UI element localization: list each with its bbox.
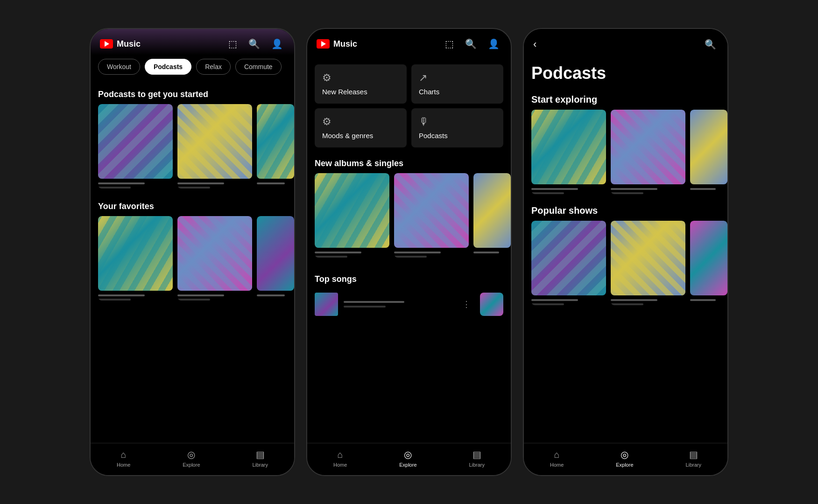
section-title-1: Podcasts to get you started	[91, 84, 294, 104]
card-meta-1-2	[177, 182, 252, 189]
nav-library-label-2: Library	[469, 462, 485, 468]
show-card-1[interactable]	[531, 221, 606, 305]
cards-row-exploring	[524, 110, 727, 198]
logo-area-1: Music	[100, 39, 226, 49]
section-title-new-albums: New albums & singles	[307, 153, 511, 173]
page-title-3: Podcasts	[524, 56, 727, 87]
nav-explore-label-3: Explore	[616, 462, 633, 468]
card-art-2-2	[177, 216, 252, 291]
show-card-3[interactable]	[690, 221, 727, 305]
album-card-3[interactable]	[473, 173, 511, 258]
card-meta-1-1	[98, 182, 173, 189]
search-button-1[interactable]: 🔍	[247, 36, 262, 51]
nav-explore-2[interactable]: ◎ Explore	[399, 449, 416, 468]
nav-home-1[interactable]: ⌂ Home	[117, 449, 130, 468]
card-1-1[interactable]	[98, 104, 173, 189]
show-art-3	[690, 221, 727, 295]
section-title-2: Your favorites	[91, 196, 294, 216]
more-icon-1[interactable]: ⋮	[462, 299, 471, 309]
content-1: Podcasts to get you started	[91, 80, 294, 443]
phone-3: ‹ 🔍 Podcasts Start exploring	[523, 28, 728, 476]
card-art-2-3	[257, 216, 294, 291]
album-card-2[interactable]	[394, 173, 469, 258]
explore-new-releases[interactable]: ⚙ New Releases	[315, 64, 407, 104]
explore-icon-2: ◎	[404, 449, 412, 460]
card-2-2[interactable]	[177, 216, 252, 301]
nav-explore-label-2: Explore	[399, 462, 416, 468]
search-button-3[interactable]: 🔍	[703, 37, 718, 52]
chip-relax[interactable]: Relax	[196, 59, 231, 75]
card-1-2[interactable]	[177, 104, 252, 189]
header-2: Music ⬚ 🔍 👤	[307, 29, 511, 55]
phone-1: Music ⬚ 🔍 👤 Workout Podcasts Relax Commu…	[90, 28, 295, 476]
album-meta-1	[315, 252, 389, 258]
explore-charts[interactable]: ↗ Charts	[411, 64, 503, 104]
nav-home-3[interactable]: ⌂ Home	[550, 449, 564, 468]
show-card-2[interactable]	[611, 221, 685, 305]
explore-icon-3: ◎	[621, 449, 628, 460]
explore-moods[interactable]: ⚙ Moods & genres	[315, 108, 407, 147]
album-art-3	[473, 173, 511, 248]
nav-explore-3[interactable]: ◎ Explore	[616, 449, 633, 468]
cast-button-1[interactable]: ⬚	[226, 36, 239, 51]
new-releases-label: New Releases	[322, 88, 367, 96]
header-icons-2: ⬚ 🔍 👤	[443, 36, 501, 51]
card-meta-1-3	[257, 182, 294, 184]
content-3: Start exploring	[524, 87, 727, 443]
library-icon-3: ▤	[689, 449, 698, 460]
account-button-1[interactable]: 👤	[269, 36, 285, 51]
card-1-3[interactable]	[257, 104, 294, 189]
cast-button-2[interactable]: ⬚	[443, 36, 456, 51]
show-meta-3	[690, 299, 727, 301]
app-name-1: Music	[117, 39, 141, 49]
card-art-1-2	[177, 104, 252, 179]
nav-home-label-1: Home	[117, 462, 130, 468]
card-meta-2-1	[98, 294, 173, 301]
album-card-1[interactable]	[315, 173, 389, 258]
app-name-2: Music	[333, 39, 357, 49]
nav-library-label-1: Library	[252, 462, 268, 468]
podcast-card-2[interactable]	[611, 110, 685, 194]
charts-label: Charts	[419, 88, 439, 96]
card-art-1-1	[98, 104, 173, 179]
show-art-2	[611, 221, 685, 295]
youtube-logo-1	[100, 39, 113, 49]
chip-podcasts[interactable]: Podcasts	[145, 59, 191, 75]
library-icon-2: ▤	[472, 449, 481, 460]
cards-row-2	[91, 216, 294, 304]
cards-row-1	[91, 104, 294, 192]
podcast-card-3[interactable]	[690, 110, 727, 194]
explore-icon-1: ◎	[187, 449, 195, 460]
song-thumb-1	[315, 293, 338, 316]
bottom-nav-1: ⌂ Home ◎ Explore ▤ Library	[91, 443, 294, 475]
card-art-2-1	[98, 216, 173, 291]
chip-commute[interactable]: Commute	[235, 59, 282, 75]
card-2-1[interactable]	[98, 216, 173, 301]
show-art-1	[531, 221, 606, 295]
explore-podcasts[interactable]: 🎙 Podcasts	[411, 108, 503, 147]
nav-explore-label-1: Explore	[183, 462, 200, 468]
chips-row-1: Workout Podcasts Relax Commute	[91, 55, 294, 80]
card-2-3[interactable]	[257, 216, 294, 301]
back-button-3[interactable]: ‹	[533, 36, 540, 52]
cards-row-new-albums	[307, 173, 511, 261]
nav-library-3[interactable]: ▤ Library	[685, 449, 701, 468]
header-1: Music ⬚ 🔍 👤	[91, 29, 294, 55]
song-row-1[interactable]: ⋮	[307, 289, 511, 320]
nav-library-1[interactable]: ▤ Library	[252, 449, 268, 468]
logo-area-2: Music	[317, 39, 443, 49]
podcasts-label-explore: Podcasts	[419, 132, 448, 140]
podcast-meta-3	[690, 188, 727, 190]
nav-explore-1[interactable]: ◎ Explore	[183, 449, 200, 468]
account-button-2[interactable]: 👤	[486, 36, 501, 51]
charts-icon: ↗	[419, 72, 496, 84]
nav-home-2[interactable]: ⌂ Home	[333, 449, 347, 468]
search-button-2[interactable]: 🔍	[463, 36, 479, 51]
album-meta-3	[473, 252, 511, 253]
section-title-top-songs: Top songs	[307, 269, 511, 289]
chip-workout[interactable]: Workout	[98, 59, 140, 75]
nav-library-2[interactable]: ▤ Library	[469, 449, 485, 468]
album-art-1	[315, 173, 389, 248]
card-meta-2-2	[177, 294, 252, 301]
podcast-card-1[interactable]	[531, 110, 606, 194]
